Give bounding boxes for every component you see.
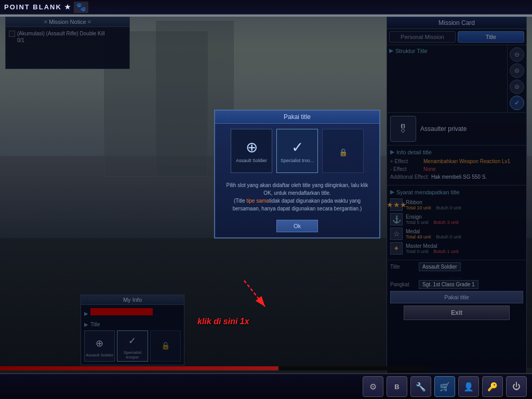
modal-instruction: Pilih slot yang akan didaftar oleh title… <box>215 178 379 216</box>
modal-slot-specialist[interactable]: ✓ Specialist troo... <box>276 129 318 173</box>
top-bar: POINT BLANK ★ 🐾 <box>0 0 532 15</box>
modal-ok-button[interactable]: Ok <box>276 220 318 232</box>
modal-assault-label: Assault Soldier <box>236 158 267 163</box>
modal-lock-icon <box>339 142 348 158</box>
pakai-title-modal: Pakai title ⊕ Assault Soldier ✓ Speciali… <box>214 110 380 238</box>
modal-instruction-line3: (Title tipe samatidak dapat digunakan pa… <box>221 197 373 205</box>
modal-instruction-line1: Pilih slot yang akan didaftar oleh title… <box>221 181 373 189</box>
modal-slots: ⊕ Assault Soldier ✓ Specialist troo... <box>215 124 379 178</box>
toolbar-btn-key[interactable]: 🔑 <box>482 376 503 397</box>
logo-text: POINT BLANK ★ <box>4 3 72 11</box>
toolbar-btn-settings[interactable]: ⚙ <box>363 376 383 397</box>
modal-title-bar: Pakai title <box>215 111 379 124</box>
modal-slot-locked <box>322 129 364 173</box>
toolbar-btn-shop[interactable]: 🛒 <box>434 376 455 397</box>
modal-instruction-line2: OK, untuk mendaftarkan title. <box>221 189 373 197</box>
toolbar-btn-tools[interactable]: 🔧 <box>410 376 431 397</box>
highlight-text: tipe sama <box>247 198 269 204</box>
modal-overlay: Pakai title ⊕ Assault Soldier ✓ Speciali… <box>0 17 532 373</box>
toolbar-btn-power[interactable]: ⏻ <box>506 376 527 397</box>
modal-assault-icon: ⊕ <box>246 139 258 156</box>
modal-specialist-icon: ✓ <box>291 139 303 156</box>
modal-instruction-line4: bersamaan, hanya dapat digunakan secara … <box>221 205 373 212</box>
modal-specialist-label: Specialist troo... <box>281 158 314 163</box>
bottom-toolbar: ⚙ B 🔧 🛒 👤 🔑 ⏻ <box>0 373 532 399</box>
toolbar-btn-rank[interactable]: B <box>387 376 407 397</box>
modal-slot-assault[interactable]: ⊕ Assault Soldier <box>231 129 272 173</box>
toolbar-btn-profile[interactable]: 👤 <box>458 376 479 397</box>
